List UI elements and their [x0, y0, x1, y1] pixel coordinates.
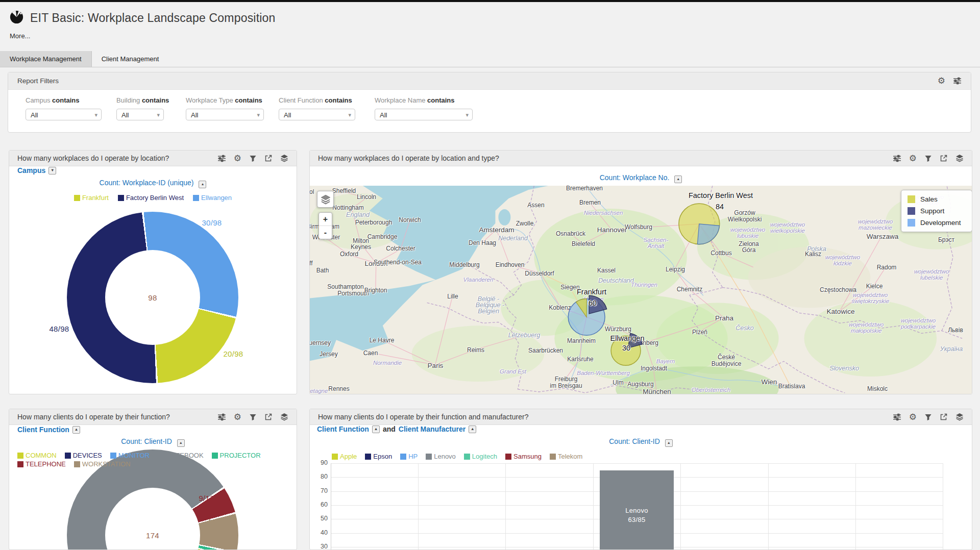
- funnel-icon[interactable]: [249, 413, 257, 421]
- legend-swatch: [505, 454, 511, 460]
- count-label[interactable]: Count: Workplace-ID (unique) ▴: [9, 179, 297, 188]
- group-by-client-function[interactable]: Client Function ▴: [317, 425, 380, 433]
- gear-icon[interactable]: ⚙: [909, 154, 917, 163]
- group-by-client-function[interactable]: Client Function ▴: [17, 426, 80, 434]
- map-legend-item: Development: [901, 217, 972, 229]
- expand-icon[interactable]: ▴: [469, 426, 476, 433]
- layers-icon[interactable]: [280, 413, 288, 421]
- gridline: [768, 463, 769, 550]
- y-axis-tick: 80: [310, 473, 328, 480]
- legend-item[interactable]: Samsung: [505, 453, 542, 460]
- map-layers-button[interactable]: [317, 191, 334, 208]
- legend-item[interactable]: COMMON: [17, 452, 57, 459]
- slice-label: 13/174: [208, 517, 232, 526]
- map-legend: SalesSupportDevelopment: [901, 190, 972, 232]
- filter-dropdown-campus[interactable]: All▾: [26, 109, 102, 120]
- sliders-icon[interactable]: [217, 154, 226, 163]
- report-filters-title: Report Filters: [17, 77, 59, 85]
- legend-item[interactable]: Frankfurt: [74, 194, 109, 202]
- expand-icon[interactable]: ▴: [665, 439, 673, 447]
- export-icon[interactable]: [264, 154, 273, 162]
- sliders-icon[interactable]: [217, 413, 226, 421]
- legend-item[interactable]: TELEPHONE: [17, 460, 66, 468]
- legend-item[interactable]: Lenovo: [426, 453, 456, 460]
- more-link[interactable]: More...: [0, 26, 40, 40]
- gear-icon[interactable]: ⚙: [234, 413, 241, 421]
- slice-label: 98: [148, 293, 157, 302]
- funnel-icon[interactable]: [249, 155, 257, 162]
- gear-icon[interactable]: ⚙: [234, 154, 241, 163]
- collapse-icon[interactable]: ▾: [48, 167, 56, 174]
- tab-client-management[interactable]: Client Management: [92, 51, 169, 67]
- count-label[interactable]: Count: Client-ID ▴: [310, 437, 972, 447]
- map-pie-label: 60: [589, 299, 597, 307]
- legend-swatch: [74, 195, 80, 201]
- legend-item[interactable]: Epson: [365, 453, 392, 460]
- sliders-icon[interactable]: [893, 154, 901, 163]
- map[interactable]: LiverpoolSheffieldLincolnNottinghamEngla…: [310, 186, 972, 394]
- legend-swatch: [464, 454, 470, 460]
- y-axis: [331, 463, 331, 550]
- group-by-client-manufacturer[interactable]: Client Manufacturer ▴: [399, 425, 476, 433]
- legend-item[interactable]: Factory Berlin West: [118, 194, 184, 202]
- legend-item[interactable]: Apple: [332, 453, 357, 460]
- funnel-icon[interactable]: [924, 413, 932, 421]
- layers-icon: [321, 194, 331, 205]
- legend-swatch: [110, 453, 116, 459]
- expand-icon[interactable]: ▴: [177, 439, 185, 447]
- legend-swatch: [332, 454, 338, 460]
- page-title: EIT Basic: Workplace Landscape Compositi…: [30, 11, 276, 25]
- legend-item[interactable]: Logitech: [464, 453, 497, 460]
- map-pie-label: 30: [622, 344, 630, 352]
- layers-icon[interactable]: [955, 413, 964, 421]
- gear-icon[interactable]: ⚙: [909, 413, 917, 421]
- legend-label: COMMON: [26, 452, 57, 459]
- filter-fields: Campus containsAll▾Building containsAll▾…: [8, 90, 971, 133]
- legend-item[interactable]: DEVICES: [65, 452, 102, 459]
- layers-icon[interactable]: [280, 154, 288, 162]
- filter-dropdown-workplace-type[interactable]: All▾: [186, 109, 264, 120]
- filter-dropdown-workplace-name[interactable]: All▾: [375, 109, 473, 120]
- bar-segment-lenovo-notebook[interactable]: Lenovo63/85: [600, 470, 674, 550]
- gridline: [593, 463, 594, 550]
- expand-icon[interactable]: ▴: [674, 176, 682, 183]
- expand-icon[interactable]: ▴: [199, 181, 206, 188]
- gear-icon[interactable]: ⚙: [938, 77, 945, 85]
- y-axis-tick: 30: [310, 543, 328, 550]
- legend-item[interactable]: PROJECTOR: [212, 452, 261, 459]
- legend-item[interactable]: WORKSTATION: [74, 460, 131, 468]
- y-axis-tick: 60: [310, 501, 328, 508]
- count-label[interactable]: Count: Workplace No. ▴: [310, 173, 972, 183]
- report-filters-actions: ⚙: [938, 77, 962, 85]
- sliders-icon[interactable]: [893, 413, 901, 421]
- app-logo-icon: [10, 10, 23, 26]
- legend-swatch: [74, 461, 80, 467]
- legend-label: NOTEBOOK: [166, 452, 204, 459]
- expand-icon[interactable]: ▴: [372, 426, 380, 433]
- funnel-icon[interactable]: [924, 155, 932, 162]
- filter-dropdown-client-function[interactable]: All▾: [279, 109, 355, 120]
- legend-item[interactable]: NOTEBOOK: [158, 452, 204, 459]
- layers-icon[interactable]: [955, 154, 964, 162]
- legend-item[interactable]: Ellwangen: [193, 194, 232, 202]
- legend-swatch: [65, 453, 71, 459]
- expand-icon[interactable]: ▴: [72, 426, 80, 434]
- export-icon[interactable]: [940, 154, 948, 162]
- legend-item[interactable]: Telekom: [550, 453, 582, 460]
- filter-dropdown-building[interactable]: All▾: [116, 109, 164, 120]
- export-icon[interactable]: [264, 413, 273, 421]
- map-pie-label: Ellwangen: [610, 334, 645, 342]
- chevron-down-icon: ▾: [94, 109, 97, 121]
- slice-label: 174: [146, 531, 159, 540]
- group-by-campus[interactable]: Campus ▾: [17, 166, 56, 174]
- legend-item[interactable]: HP: [400, 453, 418, 460]
- zoom-in-button[interactable]: +: [319, 213, 332, 226]
- legend-item[interactable]: MONITOR: [110, 452, 150, 459]
- y-axis-tick: 90: [310, 459, 328, 466]
- chevron-down-icon: ▾: [465, 109, 469, 121]
- count-label[interactable]: Count: Client-ID ▴: [9, 437, 297, 447]
- zoom-out-button[interactable]: -: [319, 226, 332, 239]
- export-icon[interactable]: [940, 413, 948, 421]
- sliders-icon[interactable]: [953, 77, 962, 85]
- tab-workplace-management[interactable]: Workplace Management: [0, 51, 92, 67]
